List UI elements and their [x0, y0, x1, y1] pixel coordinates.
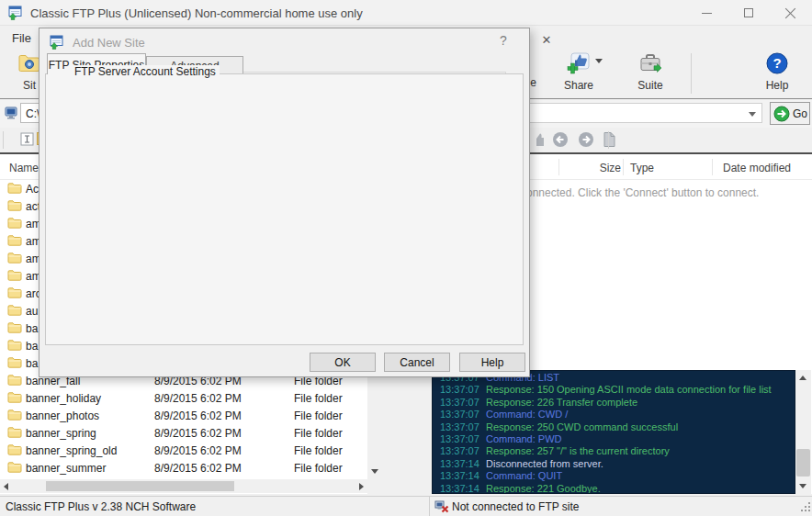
share-button-label: Share: [549, 79, 608, 92]
go-button[interactable]: Go: [770, 102, 810, 125]
suite-button[interactable]: Suite: [623, 50, 678, 95]
go-arrow-icon: [773, 106, 790, 122]
scroll-right-icon[interactable]: [359, 483, 364, 490]
dialog-help-button[interactable]: ?: [493, 33, 513, 51]
chevron-down-icon[interactable]: [749, 112, 756, 117]
log-line: 13:37:07Response: 150 Opening ASCII mode…: [433, 384, 795, 396]
log-message: Command: CWD /: [486, 409, 568, 421]
file-name: banner_summer: [26, 462, 106, 475]
file-name: ba: [26, 340, 38, 353]
local-horizontal-scrollbar[interactable]: [0, 479, 367, 493]
log-line: 13:37:07Response: 226 Transfer complete: [433, 397, 795, 409]
folder-icon: [7, 234, 22, 250]
forward-icon[interactable]: [578, 131, 594, 151]
folder-icon: [7, 252, 22, 267]
scrollbar-thumb[interactable]: [46, 481, 234, 491]
back-icon[interactable]: [552, 131, 569, 151]
log-time: 13:37:14: [440, 483, 479, 494]
file-row[interactable]: banner_holiday8/9/2015 6:02 PMFile folde…: [0, 389, 367, 407]
scroll-down-icon[interactable]: [371, 469, 378, 474]
cancel-button[interactable]: Cancel: [384, 353, 450, 372]
dialog-title: Add New Site: [73, 36, 145, 50]
log-line: 13:37:07Command: CWD /: [433, 409, 795, 421]
log-line: 13:37:14Command: QUIT: [433, 470, 795, 482]
help-button[interactable]: ? Help: [751, 50, 803, 95]
log-message: Command: PWD: [486, 433, 562, 445]
grab-icon[interactable]: [533, 131, 544, 151]
scroll-left-icon[interactable]: [4, 483, 8, 490]
log-time: 13:37:07: [440, 384, 479, 396]
document-icon[interactable]: [603, 131, 616, 151]
rename-icon[interactable]: [20, 132, 34, 149]
file-name: banner_spring: [26, 427, 96, 440]
log-message: Response: 221 Goodbye.: [486, 483, 601, 494]
maximize-icon: [744, 8, 753, 17]
suite-icon: [623, 51, 678, 78]
log-scrollbar[interactable]: [795, 370, 811, 494]
toolbar-separator: [3, 131, 4, 149]
close-button[interactable]: [770, 0, 812, 26]
log-time: 13:37:07: [440, 409, 479, 421]
scrollbar-thumb[interactable]: [796, 449, 810, 477]
dialog-close-button[interactable]: ✕: [536, 33, 558, 51]
minimize-button[interactable]: [685, 0, 727, 26]
file-row[interactable]: banner_photos8/9/2015 6:02 PMFile folder: [0, 407, 367, 424]
share-dropdown-caret-icon[interactable]: [595, 59, 603, 63]
file-row[interactable]: banner_summer8/9/2015 6:02 PMFile folder: [0, 459, 367, 477]
dialog-help-bottom-button[interactable]: Help: [459, 353, 525, 372]
folder-icon: [7, 443, 22, 459]
dialog-title-bar: Add New Site ? ✕: [39, 28, 529, 56]
file-type: File folder: [294, 444, 343, 457]
ok-button[interactable]: OK: [310, 353, 376, 372]
scroll-down-icon[interactable]: [799, 484, 806, 488]
folder-icon: [7, 199, 22, 215]
column-size[interactable]: Size: [560, 162, 621, 174]
scroll-up-icon[interactable]: [799, 376, 806, 380]
file-name: ba: [26, 357, 38, 370]
folder-icon: [7, 409, 22, 424]
go-button-label: Go: [793, 107, 807, 120]
svg-text:?: ?: [773, 55, 781, 71]
column-date-modified[interactable]: Date modified: [723, 162, 791, 174]
suite-button-label: Suite: [623, 79, 678, 92]
file-date-modified: 8/9/2015 6:02 PM: [154, 427, 242, 440]
file-type: File folder: [294, 427, 343, 440]
minimize-icon: [702, 13, 712, 14]
share-button[interactable]: Share: [549, 50, 608, 95]
log-time: 13:37:07: [440, 445, 479, 457]
window-title: Classic FTP Plus (Unlicensed) Non-commer…: [30, 6, 363, 20]
title-bar: Classic FTP Plus (Unlicensed) Non-commer…: [0, 0, 812, 26]
menu-file[interactable]: File: [6, 29, 37, 47]
file-type: File folder: [294, 392, 343, 405]
folder-icon: [7, 217, 22, 232]
folder-icon: [7, 286, 22, 302]
folder-icon: [7, 339, 22, 354]
scrollbar-corner: [367, 479, 383, 494]
dialog-icon: [50, 35, 64, 52]
log-time: 13:37:14: [440, 470, 479, 482]
log-list[interactable]: 13:37:07Command: LIST13:37:07Response: 1…: [432, 370, 795, 494]
status-divider: [429, 497, 430, 516]
folder-icon: [7, 321, 22, 337]
file-date-modified: 8/9/2015 6:02 PM: [154, 392, 242, 405]
help-button-label: Help: [751, 79, 803, 92]
file-name: banner_holiday: [26, 392, 101, 405]
log-time: 13:37:07: [440, 397, 479, 409]
file-type: File folder: [294, 462, 343, 475]
file-row[interactable]: banner_spring_old8/9/2015 6:02 PMFile fo…: [0, 442, 367, 459]
log-time: 13:37:07: [440, 421, 479, 433]
file-row[interactable]: banner_spring8/9/2015 6:02 PMFile folder: [0, 424, 367, 442]
log-time: 13:37:07: [440, 433, 479, 445]
folder-icon: [7, 461, 22, 477]
log-time: 13:37:14: [440, 458, 479, 470]
column-type[interactable]: Type: [630, 162, 654, 174]
column-name[interactable]: Name: [9, 162, 39, 174]
resize-grip[interactable]: [801, 501, 810, 514]
folder-icon: [7, 269, 22, 285]
maximize-button[interactable]: [727, 0, 770, 26]
app-window: Classic FTP Plus (Unlicensed) Non-commer…: [0, 0, 812, 516]
file-name: ba: [26, 322, 38, 335]
log-message: Command: QUIT: [486, 470, 562, 482]
file-date-modified: 8/9/2015 6:02 PM: [154, 462, 242, 475]
not-connected-message: Not connected. Click the 'Connect' butto…: [501, 186, 759, 199]
